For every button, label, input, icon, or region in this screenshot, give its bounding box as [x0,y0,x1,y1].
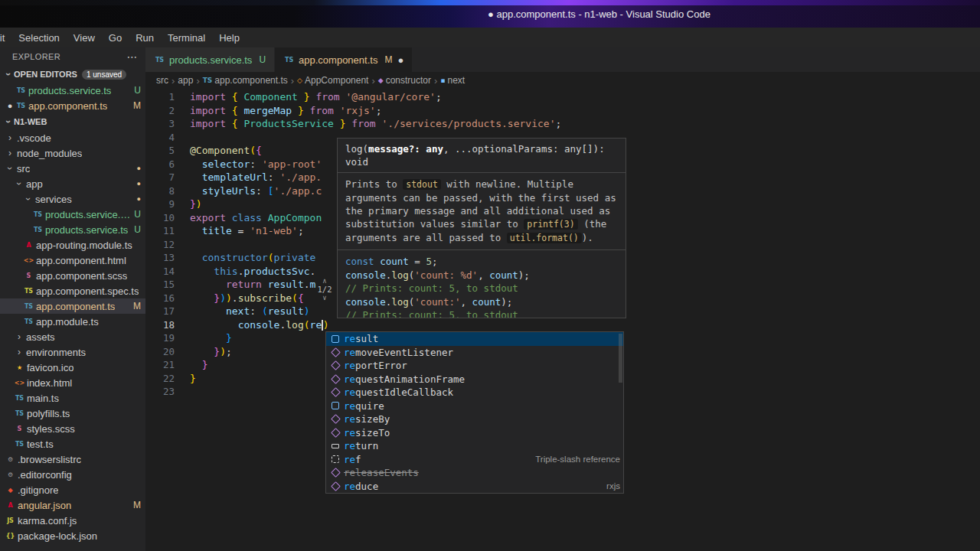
menu-item-help[interactable]: Help [212,32,247,44]
project-root-header[interactable]: › N1-WEB [0,113,145,130]
signature-pager[interactable]: ∧ 1/2 ∨ [315,277,334,302]
symbol-method-icon [329,467,341,479]
breadcrumb-separator-icon: › [434,75,437,86]
chevron-down-icon[interactable]: › [23,194,34,204]
line-number: 20 [145,345,190,359]
menu-item-selection[interactable]: Selection [11,32,66,44]
project-root-label: N1-WEB [14,117,47,126]
editor-tab-app.component.ts[interactable]: TSapp.component.tsM● [275,47,413,72]
suggestion-reportError[interactable]: reportError [326,359,623,373]
breadcrumb-item-AppComponent[interactable]: ◇AppComponent [297,75,368,86]
suggestion-resizeTo[interactable]: resizeTo [326,426,623,440]
file-icon: JS [5,517,16,524]
menu-item-terminal[interactable]: Terminal [161,32,212,44]
tab-label: products.service.ts [169,54,252,66]
item-label: .editorconfig [18,469,72,481]
more-actions-icon[interactable]: ⋯ [127,51,138,63]
tree-item-app.component.ts[interactable]: TSapp.component.tsM [0,298,145,314]
file-icon: ⚙ [5,456,16,463]
open-editor-item[interactable]: TSproducts.service.tsU [0,83,145,98]
line-content: @Component({ [190,144,262,158]
tree-item-.browserslistrc[interactable]: ⚙.browserslistrc [0,452,145,467]
line-content: templateUrl: './app. [190,171,322,184]
menu-item-go[interactable]: Go [102,32,129,44]
suggestion-result[interactable]: result [326,332,623,346]
tree-item-.vscode[interactable]: ›.vscode [0,130,145,145]
symbol-method-icon [329,360,341,372]
item-label: angular.json [18,500,71,511]
tree-item-products.service.ts[interactable]: TSproducts.service.tsU [0,222,145,237]
tree-item-package-lock.json[interactable]: {}package-lock.json [0,528,145,543]
suggestion-removeEventListener[interactable]: removeEventListener [326,346,623,360]
tree-item-environments[interactable]: ›environments [0,344,145,360]
tree-item-src[interactable]: ›src● [0,161,145,176]
item-label: .browserslistrc [18,454,81,465]
tree-item-node_modules[interactable]: ›node_modules [0,145,145,161]
open-editors-header[interactable]: › OPEN EDITORS 1 unsaved [0,66,145,83]
tree-item-app.component.scss[interactable]: Sapp.component.scss [0,268,145,283]
menu-item-edit[interactable]: Edit [0,32,11,44]
tree-item-favicon.ico[interactable]: ★favicon.ico [0,360,145,375]
git-status: U [131,224,141,235]
line-number: 12 [145,238,190,252]
breadcrumb-item-app[interactable]: app [178,75,193,86]
tree-item-polyfills.ts[interactable]: TSpolyfills.ts [0,406,145,421]
line-content: this.productsSvc. [190,265,315,279]
suggestion-reduce[interactable]: reducerxjs [326,480,623,494]
breadcrumb-item-app.component.ts[interactable]: TSapp.component.ts [203,75,288,86]
suggestion-label: removeEventListener [344,347,453,358]
chevron-down-icon[interactable]: › [5,163,15,174]
file-icon: TS [32,227,44,233]
suggestion-ref[interactable]: refTriple-slash reference [326,453,623,467]
tree-item-.editorconfig[interactable]: ⚙.editorconfig [0,467,145,482]
line-number: 21 [145,358,190,372]
breadcrumb-item-next[interactable]: ▪next [440,75,465,86]
tree-item-app[interactable]: ›app● [0,176,145,191]
suggestion-requestIdleCallback[interactable]: requestIdleCallback [326,386,623,399]
tree-item-index.html[interactable]: <>index.html [0,375,145,390]
tree-item-products.service.s...[interactable]: TSproducts.service.s...U [0,207,145,222]
suggestion-return[interactable]: return [326,439,623,453]
chevron-right-icon[interactable]: › [5,148,15,158]
tree-item-test.ts[interactable]: TStest.ts [0,436,145,452]
tree-item-.gitignore[interactable]: ◆.gitignore [0,482,145,497]
breadcrumb-item-constructor[interactable]: ◆constructor [378,75,431,86]
tree-item-styles.scss[interactable]: Sstyles.scss [0,421,145,436]
item-label: app.module.ts [36,316,99,328]
tree-item-services[interactable]: ›services● [0,191,145,207]
code-editor[interactable]: 1import { Component } from '@angular/cor… [145,89,980,551]
item-label: app.component.html [36,255,126,266]
file-icon: TS [14,441,25,448]
open-editor-item[interactable]: ●TSapp.component.tsM [0,98,145,113]
chevron-right-icon[interactable]: › [14,331,24,342]
tree-item-main.ts[interactable]: TSmain.ts [0,390,145,406]
editor-tab-products.service.ts[interactable]: TSproducts.service.tsU [145,47,275,72]
tree-item-app.module.ts[interactable]: TSapp.module.ts [0,314,145,329]
tree-item-app.component.html[interactable]: <>app.component.html [0,253,145,268]
chevron-right-icon[interactable]: › [14,347,24,357]
git-status: U [131,85,141,96]
tree-item-app.component.spec.ts[interactable]: TSapp.component.spec.ts [0,283,145,298]
suggestion-resizeBy[interactable]: resizeBy [326,412,623,426]
suggestion-releaseEvents[interactable]: releaseEvents [326,466,623,480]
breadcrumb-item-src[interactable]: src [156,75,168,86]
line-number: 22 [145,372,190,386]
open-editors-label: OPEN EDITORS [14,70,77,79]
chevron-down-icon[interactable]: › [14,178,24,189]
menu-item-run[interactable]: Run [129,32,161,44]
suggestion-require[interactable]: require [326,399,623,413]
line-content: console.log(re) [190,318,329,332]
breadcrumb-separator-icon: › [291,75,294,86]
tree-item-angular.json[interactable]: Aangular.jsonM [0,497,145,513]
breadcrumb-separator-icon: › [172,75,175,86]
scrollbar[interactable] [619,334,622,383]
chevron-right-icon[interactable]: › [5,132,15,143]
item-label: .gitignore [18,484,58,496]
tree-item-app-routing.module.ts[interactable]: Aapp-routing.module.ts [0,237,145,253]
chevron-down-icon[interactable]: ∨ [322,294,326,302]
file-tree: ›.vscode›node_modules›src●›app●›services… [0,130,145,543]
menu-item-view[interactable]: View [67,32,102,44]
tree-item-karma.conf.js[interactable]: JSkarma.conf.js [0,513,145,528]
tree-item-assets[interactable]: ›assets [0,329,145,344]
suggestion-requestAnimationFrame[interactable]: requestAnimationFrame [326,373,623,386]
